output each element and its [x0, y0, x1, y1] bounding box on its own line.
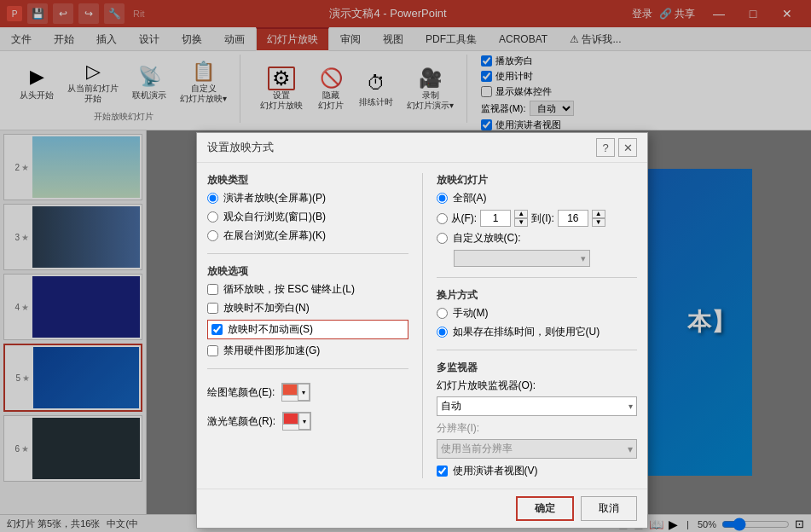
radio-custom-input[interactable] — [437, 233, 448, 244]
slide-monitor-value: 自动 — [441, 399, 461, 413]
radio-kiosk[interactable]: 在展台浏览(全屏幕)(K) — [207, 228, 408, 243]
radio-window-label: 观众自行浏览(窗口)(B) — [223, 210, 326, 224]
radio-from-label: 从(F): — [451, 211, 478, 226]
laser-color-row: 激光笔颜色(R): ▾ — [207, 412, 408, 431]
dialog-left-col: 放映类型 演讲者放映(全屏幕)(P) 观众自行浏览(窗口)(B) 在展台浏 — [207, 173, 408, 478]
check-presenter-view[interactable]: 使用演讲者视图(V) — [437, 464, 638, 478]
show-options-section: 放映选项 循环放映，按 ESC 键终止(L) 放映时不加旁白(N) 放映时 — [207, 264, 408, 358]
radio-from-input[interactable] — [437, 213, 448, 224]
resolution-arrow: ▾ — [628, 443, 633, 455]
show-options-checks: 循环放映，按 ESC 键终止(L) 放映时不加旁白(N) 放映时不加动画(S) — [207, 282, 408, 358]
check-no-hw[interactable]: 禁用硬件图形加速(G) — [207, 344, 408, 358]
radio-fullscreen-label: 演讲者放映(全屏幕)(P) — [223, 191, 326, 205]
from-value-input[interactable] — [480, 210, 511, 227]
radio-custom[interactable]: 自定义放映(C): — [437, 231, 638, 246]
radio-timing-label: 如果存在排练时间，则使用它(U) — [453, 325, 600, 339]
to-down-btn[interactable]: ▼ — [592, 218, 605, 227]
dialog-titlebar: 设置放映方式 ? ✕ — [197, 133, 647, 163]
laser-color-btn-group: ▾ — [282, 412, 311, 431]
dialog-setup-show: 设置放映方式 ? ✕ 放映类型 演讲者放映(全屏幕)(P) — [196, 132, 648, 529]
transition-section: 换片方式 手动(M) 如果存在排练时间，则使用它(U) — [437, 288, 638, 339]
radio-fullscreen-input[interactable] — [207, 193, 218, 204]
resolution-label: 分辨率(I): — [437, 421, 638, 436]
check-presenter-input[interactable] — [437, 466, 448, 477]
show-type-title: 放映类型 — [207, 173, 408, 188]
cancel-btn[interactable]: 取消 — [581, 496, 637, 521]
radio-manual-input[interactable] — [437, 308, 448, 319]
dialog-body: 放映类型 演讲者放映(全屏幕)(P) 观众自行浏览(窗口)(B) 在展台浏 — [197, 163, 647, 489]
pen-color-label: 绘图笔颜色(E): — [207, 385, 275, 400]
check-no-narration-input[interactable] — [207, 303, 218, 314]
radio-window[interactable]: 观众自行浏览(窗口)(B) — [207, 210, 408, 224]
from-up-btn[interactable]: ▲ — [514, 210, 528, 218]
to-value-input[interactable] — [558, 210, 588, 227]
dialog-title: 设置放映方式 — [207, 140, 274, 155]
slides-radios: 全部(A) 从(F): ▲ ▼ — [437, 191, 638, 267]
to-spinner-btns: ▲ ▼ — [592, 210, 605, 227]
to-spinner: ▲ ▼ — [558, 210, 605, 227]
check-no-hw-input[interactable] — [207, 345, 218, 356]
dialog-overlay: 设置放映方式 ? ✕ 放映类型 演讲者放映(全屏幕)(P) — [0, 0, 811, 532]
check-no-animation[interactable]: 放映时不加动画(S) — [207, 320, 408, 339]
ok-btn[interactable]: 确定 — [516, 496, 574, 521]
show-type-section: 放映类型 演讲者放映(全屏幕)(P) 观众自行浏览(窗口)(B) 在展台浏 — [207, 173, 408, 243]
resolution-value: 使用当前分辨率 — [441, 442, 513, 456]
check-loop-input[interactable] — [207, 284, 218, 295]
dialog-help-btn[interactable]: ? — [596, 138, 615, 157]
slide-monitor-label: 幻灯片放映监视器(O): — [437, 379, 638, 393]
divider-4 — [437, 350, 638, 350]
slide-monitor-combo[interactable]: 自动 ▾ — [437, 396, 638, 416]
monitor-section: 多监视器 幻灯片放映监视器(O): 自动 ▾ 分辨率(I): 使用当前分辨率 ▾… — [437, 361, 638, 478]
pen-color-row: 绘图笔颜色(E): ▾ — [207, 383, 408, 402]
check-loop[interactable]: 循环放映，按 ESC 键终止(L) — [207, 282, 408, 297]
radio-from[interactable]: 从(F): ▲ ▼ 到(I): — [437, 210, 638, 227]
slides-section: 放映幻灯片 全部(A) 从(F): ▲ — [437, 173, 638, 267]
from-spinner: ▲ ▼ — [480, 210, 528, 227]
dialog-right-col: 放映幻灯片 全部(A) 从(F): ▲ — [437, 173, 638, 478]
check-presenter-label: 使用演讲者视图(V) — [453, 464, 538, 478]
custom-show-arrow: ▾ — [581, 253, 586, 264]
radio-manual-label: 手动(M) — [453, 306, 489, 321]
resolution-combo[interactable]: 使用当前分辨率 ▾ — [437, 439, 638, 459]
to-label: 到(I): — [531, 211, 554, 226]
monitor-title: 多监视器 — [437, 361, 638, 375]
radio-fullscreen[interactable]: 演讲者放映(全屏幕)(P) — [207, 191, 408, 205]
radio-all[interactable]: 全部(A) — [437, 191, 638, 205]
custom-show-combo-row: ▾ — [454, 250, 638, 267]
custom-show-combo[interactable]: ▾ — [454, 250, 590, 267]
show-options-title: 放映选项 — [207, 264, 408, 279]
radio-kiosk-label: 在展台浏览(全屏幕)(K) — [223, 228, 326, 243]
pen-color-dropdown[interactable]: ▾ — [298, 384, 310, 401]
radio-manual[interactable]: 手动(M) — [437, 306, 638, 321]
from-spinner-btns: ▲ ▼ — [514, 210, 528, 227]
check-no-animation-input[interactable] — [211, 324, 223, 335]
radio-kiosk-input[interactable] — [207, 230, 218, 241]
radio-window-input[interactable] — [207, 211, 218, 223]
laser-color-label: 激光笔颜色(R): — [207, 414, 275, 429]
check-no-narration[interactable]: 放映时不加旁白(N) — [207, 301, 408, 315]
divider-3 — [437, 277, 638, 278]
laser-color-dropdown[interactable]: ▾ — [298, 413, 310, 430]
check-no-hw-label: 禁用硬件图形加速(G) — [223, 344, 320, 358]
radio-timing-input[interactable] — [437, 327, 448, 338]
dialog-close-btn[interactable]: ✕ — [618, 138, 637, 157]
divider-2 — [207, 368, 408, 369]
dialog-titlebtns: ? ✕ — [596, 138, 637, 157]
radio-timing[interactable]: 如果存在排练时间，则使用它(U) — [437, 325, 638, 339]
transition-radios: 手动(M) 如果存在排练时间，则使用它(U) — [437, 306, 638, 339]
radio-all-label: 全部(A) — [453, 191, 487, 205]
check-no-narration-label: 放映时不加旁白(N) — [223, 301, 310, 315]
col-divider — [422, 173, 423, 478]
divider-1 — [207, 253, 408, 254]
monitor-combo-arrow: ▾ — [629, 402, 633, 411]
radio-all-input[interactable] — [437, 193, 448, 204]
to-up-btn[interactable]: ▲ — [592, 210, 605, 218]
radio-custom-label: 自定义放映(C): — [453, 231, 521, 246]
from-down-btn[interactable]: ▼ — [514, 218, 528, 227]
pen-color-preview — [282, 384, 298, 396]
slides-title: 放映幻灯片 — [437, 173, 638, 188]
pen-color-btn-group: ▾ — [281, 383, 310, 402]
dialog-footer: 确定 取消 — [197, 489, 647, 528]
transition-title: 换片方式 — [437, 288, 638, 303]
check-loop-label: 循环放映，按 ESC 键终止(L) — [223, 282, 355, 297]
